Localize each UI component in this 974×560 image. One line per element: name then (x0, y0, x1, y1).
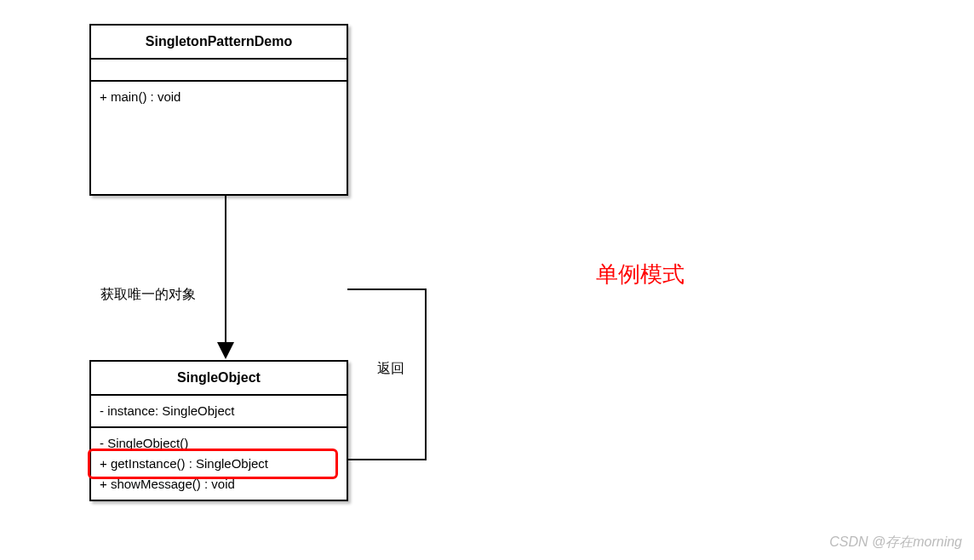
method-line-highlighted: + getInstance() : SingleObject (100, 454, 338, 474)
edge-label-return: 返回 (377, 360, 404, 378)
class-title: SingleObject (91, 362, 347, 396)
class-methods: - SingleObject() + getInstance() : Singl… (91, 428, 347, 500)
class-single-object: SingleObject - instance: SingleObject - … (89, 360, 348, 501)
edge-label-get-unique: 获取唯一的对象 (100, 286, 196, 304)
method-line: + showMessage() : void (100, 474, 338, 494)
method-line: + main() : void (100, 87, 338, 107)
class-title: SingletonPatternDemo (91, 26, 347, 60)
method-line: - SingleObject() (100, 433, 338, 454)
class-attributes: - instance: SingleObject (91, 396, 347, 428)
diagram-title: 单例模式 (596, 260, 685, 289)
class-methods: + main() : void (91, 82, 347, 194)
class-singleton-pattern-demo: SingletonPatternDemo + main() : void (89, 24, 348, 196)
class-attributes (91, 60, 347, 82)
attribute-line: - instance: SingleObject (100, 401, 338, 421)
watermark: CSDN @存在morning (829, 534, 962, 551)
